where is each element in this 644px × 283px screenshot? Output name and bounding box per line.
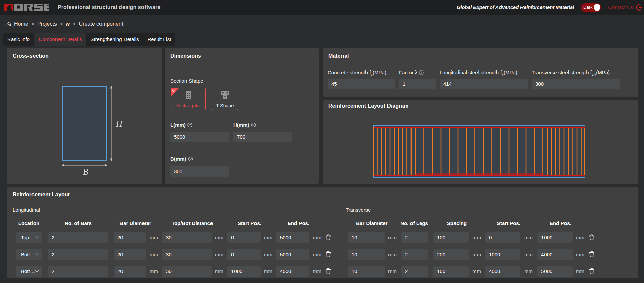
svg-text:H: H: [116, 119, 123, 129]
svg-text:B: B: [83, 167, 88, 176]
svg-text:?: ?: [420, 71, 422, 74]
svg-text:?: ?: [189, 157, 191, 161]
svg-text:?: ?: [189, 123, 191, 127]
svg-text:?: ?: [252, 123, 254, 127]
